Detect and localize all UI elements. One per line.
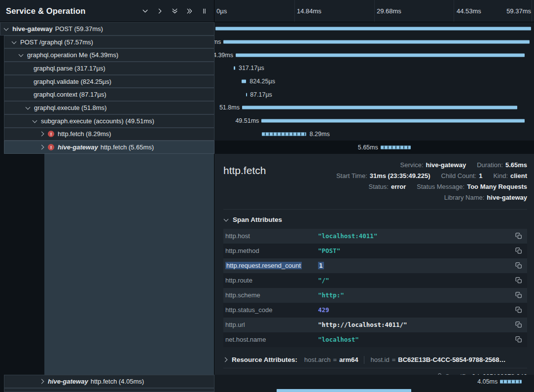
meta-value: client (510, 172, 527, 179)
span-bar[interactable] (277, 389, 411, 392)
span-name: graphql.validate (824.25µs) (34, 78, 111, 85)
meta-label: Child Count: (441, 172, 477, 179)
span-tree-item[interactable]: graphql.execute (51.8ms) (0, 101, 214, 114)
timeline-row: 87.17µs (214, 88, 534, 101)
meta-label: Kind: (493, 172, 508, 179)
chevron-right-icon[interactable] (39, 379, 44, 384)
detail-section: http.fetch Service:hive-gatewayDuration:… (0, 154, 534, 375)
copy-icon[interactable] (515, 336, 522, 343)
timeline-row: 317.17µs (214, 62, 534, 75)
double-chevron-down-icon[interactable] (171, 7, 178, 15)
drag-handle-icon[interactable] (201, 7, 208, 15)
copy-icon[interactable] (515, 291, 522, 299)
panel-title: Service & Operation (6, 6, 86, 16)
span-tree-item[interactable]: hive-gatewayhttp.fetch (4.05ms) (0, 375, 214, 388)
copy-icon[interactable] (515, 262, 522, 269)
meta-line: Status:errorStatus Message:Too Many Requ… (336, 181, 527, 192)
chevron-right-icon (223, 357, 228, 362)
chevron-down-icon[interactable] (19, 52, 24, 57)
span-id-row: SpanID: 3de02518937fb246 (223, 368, 527, 375)
span-attributes-label: Span Attributes (233, 216, 282, 223)
resource-attribute: host.id=BC62E13B-C4CC-5854-9788-2568… (370, 356, 505, 363)
chevron-down-icon[interactable] (142, 7, 149, 15)
chevron-right-icon[interactable] (39, 145, 44, 150)
span-bar[interactable] (242, 80, 246, 83)
span-bar[interactable] (262, 132, 306, 136)
attribute-key-selection: http.request.resend_count (225, 262, 302, 269)
span-bar[interactable] (236, 53, 525, 57)
chevron-down-icon[interactable] (12, 39, 17, 44)
span-row: hive-gatewayPOST (59.37ms)59.37ms (0, 22, 534, 36)
span-bar[interactable] (246, 93, 247, 96)
span-tree-item-box: POST /graphql (57.57ms) (4, 36, 214, 49)
attribute-row: http.url"http://localhost:4011/" (223, 318, 527, 332)
span-tree-item[interactable]: graphql.parse (317.17µs) (0, 62, 214, 75)
span-bar[interactable] (223, 40, 530, 44)
span-row: subgraph.execute (accounts) (49.51ms)49.… (0, 114, 534, 128)
chevron-down-icon[interactable] (26, 105, 31, 110)
span-detail-panel: http.fetch Service:hive-gatewayDuration:… (214, 154, 534, 375)
span-tree-item-box: !hive-gatewayhttp.fetch (5.65ms) (4, 141, 214, 154)
timeline-row-inner (215, 388, 531, 392)
span-bar[interactable] (261, 119, 525, 123)
copy-icon[interactable] (515, 321, 522, 328)
span-row: POST /graphql (57.57ms)57.57ms (0, 36, 534, 49)
timeline-row: 59.37ms (214, 22, 534, 36)
attribute-key: http.status_code (225, 306, 318, 314)
span-tree-item[interactable]: graphql.context (87.17µs) (0, 88, 214, 101)
meta-pair: Library Name:hive-gateway (444, 194, 527, 201)
attribute-key: net.host.name (225, 336, 318, 343)
span-attributes-section-header[interactable]: Span Attributes (223, 210, 527, 229)
meta-label: Service: (400, 161, 424, 169)
span-tree-item-box: graphql.parse (317.17µs) (4, 62, 214, 75)
span-bar[interactable] (242, 106, 517, 109)
copy-icon[interactable] (515, 277, 522, 284)
timeline-tick: 14.84ms (297, 7, 321, 15)
timeline-row-inner: 59.37ms (215, 22, 531, 36)
span-tree-item[interactable]: subgraph.execute (accounts) (49.51ms) (0, 114, 214, 128)
span-bar[interactable] (500, 380, 522, 383)
timeline-tick: 0µs (216, 7, 227, 15)
timeline-row-inner: 51.8ms (215, 101, 531, 114)
span-bar[interactable] (215, 27, 531, 31)
copy-icon[interactable] (515, 232, 522, 240)
error-icon: ! (48, 131, 54, 137)
meta-value: 31ms (23:35:49.225) (370, 172, 430, 179)
span-duration-label: 5.65ms (358, 144, 378, 151)
attribute-value: 429 (318, 306, 511, 314)
meta-pair: Child Count:1 (441, 172, 483, 179)
timeline-row-inner: 54.39ms (215, 48, 531, 62)
timeline-row-inner: 87.17µs (215, 88, 531, 101)
span-tree-gutter (0, 154, 214, 375)
span-tree-item[interactable] (0, 388, 214, 392)
span-tree-item[interactable]: graphql.validate (824.25µs) (0, 75, 214, 88)
meta-label: Status: (369, 183, 389, 190)
span-tree-item[interactable]: POST /graphql (57.57ms) (0, 36, 214, 49)
timeline-row: 49.51ms (214, 114, 534, 128)
attribute-key: http.host (225, 232, 318, 240)
span-name: POST /graphql (57.57ms) (20, 38, 93, 46)
span-name: subgraph.execute (accounts) (49.51ms) (41, 117, 154, 125)
timeline-row-inner: 49.51ms (215, 114, 531, 128)
span-tree-item[interactable]: !hive-gatewayhttp.fetch (5.65ms) (0, 141, 214, 154)
span-tree-item[interactable]: !http.fetch (8.29ms) (0, 128, 214, 141)
attribute-row: http.host"localhost:4011" (223, 229, 527, 244)
span-tree-item[interactable]: hive-gatewayPOST (59.37ms) (0, 22, 214, 36)
span-row: graphql.context (87.17µs)87.17µs (0, 88, 534, 101)
span-row (0, 388, 534, 392)
resource-attributes-section-header[interactable]: Resource Attributes: host.arch=arm64host… (223, 352, 527, 368)
resource-attributes-items: host.arch=arm64host.id=BC62E13B-C4CC-585… (304, 356, 506, 364)
copy-icon[interactable] (515, 306, 522, 314)
copy-icon[interactable] (515, 247, 522, 254)
double-chevron-right-icon[interactable] (186, 7, 193, 15)
span-bar[interactable] (381, 145, 411, 149)
timeline-row: 54.39ms (214, 48, 534, 62)
chevron-down-icon[interactable] (33, 118, 37, 123)
span-tree-item[interactable]: graphql.operation Me (54.39ms) (0, 48, 214, 62)
chevron-right-icon[interactable] (39, 132, 44, 137)
meta-value: Too Many Requests (467, 183, 527, 190)
span-bar[interactable] (234, 67, 235, 70)
chevron-right-icon[interactable] (156, 7, 164, 15)
chevron-down-icon[interactable] (4, 26, 9, 31)
timeline-axis: 0µs14.84ms29.68ms44.53ms59.37ms (214, 0, 534, 22)
